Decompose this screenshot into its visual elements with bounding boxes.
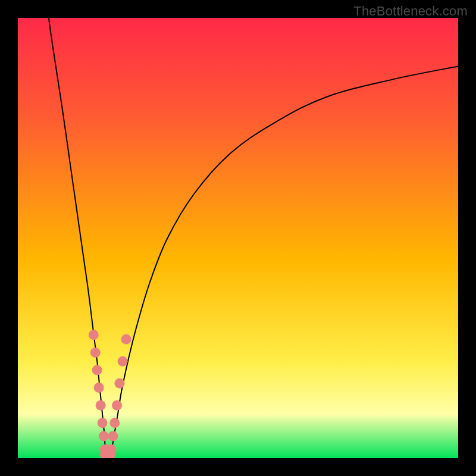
marker-dot	[96, 400, 106, 411]
marker-dot	[121, 334, 131, 345]
marker-dot	[99, 431, 109, 441]
marker-dot	[89, 330, 99, 340]
marker-dot	[92, 365, 102, 375]
chart-svg	[18, 18, 458, 458]
marker-dot	[108, 431, 118, 441]
marker-dot	[114, 378, 124, 389]
gradient-background	[18, 18, 458, 458]
marker-dot	[98, 418, 108, 428]
marker-dot	[112, 400, 122, 411]
watermark-text: TheBottleneck.com	[353, 4, 468, 19]
marker-dot	[94, 383, 104, 393]
marker-dot	[109, 418, 120, 428]
chart-frame: TheBottleneck.com	[0, 0, 476, 476]
marker-dot	[90, 347, 101, 358]
bottleneck-chart	[18, 18, 458, 458]
marker-dot	[118, 356, 128, 367]
